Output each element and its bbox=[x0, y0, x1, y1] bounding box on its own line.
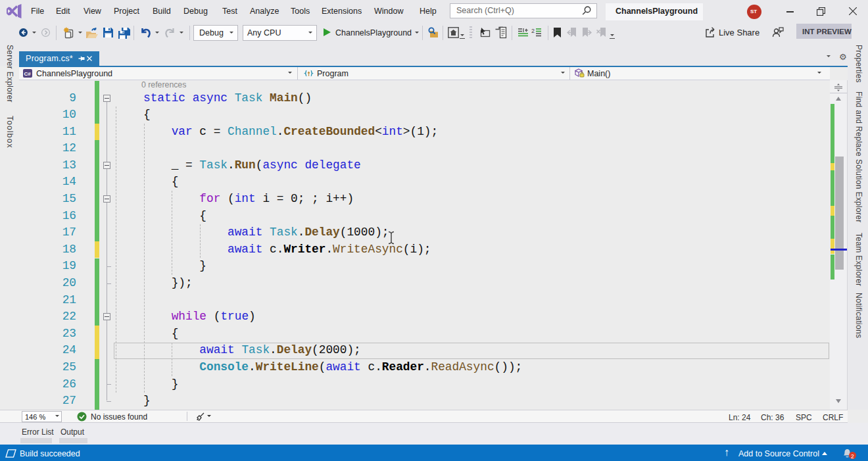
svg-text:C#: C# bbox=[24, 71, 32, 77]
svg-text:2: 2 bbox=[531, 28, 535, 34]
